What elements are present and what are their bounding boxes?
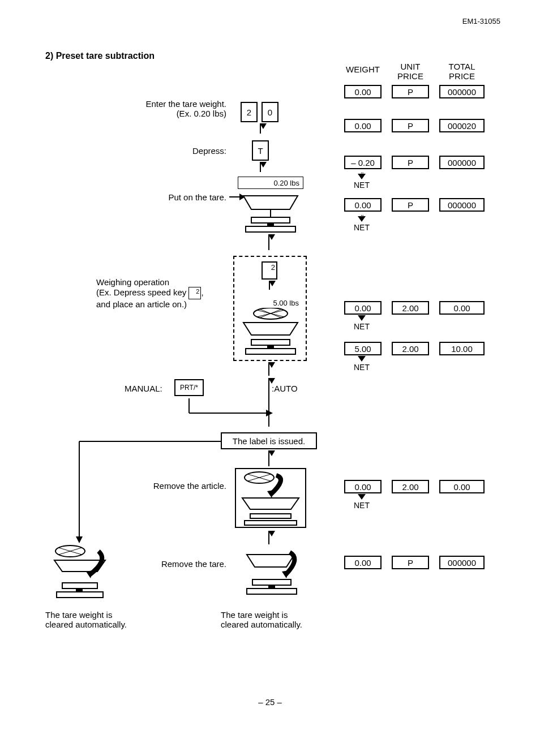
disp-r8-w-val: 0.00	[354, 558, 371, 568]
inline-speed-key-val: 2	[196, 288, 199, 295]
disp-r7-w-val: 0.00	[354, 482, 371, 492]
disp-r8-u-val: P	[408, 558, 413, 568]
arrow-icon	[268, 531, 269, 544]
key-2-label: 2	[247, 108, 251, 117]
net-label: NET	[348, 501, 376, 510]
header-total: TOTAL PRICE	[439, 62, 485, 81]
disp-r7-u-val: 2.00	[402, 482, 418, 492]
manual-label: MANUAL:	[125, 384, 162, 393]
disp-r7-weight: 0.00	[344, 480, 382, 493]
disp-r3-total: 000000	[439, 156, 485, 169]
speed-key-2[interactable]: 2	[262, 261, 277, 280]
net-label: NET	[348, 181, 376, 190]
remove-tare-icon	[234, 547, 307, 602]
svg-rect-3	[246, 226, 295, 232]
svg-marker-27	[76, 536, 83, 543]
disp-r6-w-val: 5.00	[354, 344, 371, 354]
clear-note-left: The tare weight is cleared automatically…	[45, 610, 158, 629]
key-T[interactable]: T	[252, 140, 269, 161]
disp-r5-weight: 0.00	[344, 301, 382, 315]
disp-r6-total: 10.00	[439, 342, 485, 355]
disp-r4-t-val: 000000	[448, 200, 476, 210]
svg-marker-28	[247, 555, 294, 567]
disp-r3-w-val: – 0.20	[351, 158, 375, 167]
key-0[interactable]: 0	[262, 102, 278, 122]
disp-r8-weight: 0.00	[344, 556, 382, 569]
prt-key[interactable]: PRT/*	[174, 379, 204, 396]
disp-r3-weight: – 0.20	[344, 156, 382, 169]
arrow-icon	[268, 378, 269, 427]
svg-rect-13	[267, 345, 274, 349]
step3-label: Put on the tare.	[130, 192, 226, 202]
svg-rect-40	[76, 589, 83, 592]
disp-r2-w-val: 0.00	[354, 121, 371, 131]
disp-r2-u-val: P	[408, 121, 413, 131]
speed-key-2-label: 2	[271, 263, 275, 272]
net-indicator: · · ·NET	[348, 170, 376, 190]
svg-rect-31	[247, 589, 297, 594]
header-weight: WEIGHT	[344, 65, 382, 75]
svg-rect-11	[251, 340, 290, 345]
disp-r3-unit: P	[392, 156, 429, 169]
net-label: NET	[348, 223, 376, 232]
key-0-label: 0	[268, 108, 272, 117]
step1-label: Enter the tare weight. (Ex. 0.20 lbs)	[102, 99, 226, 118]
key-2[interactable]: 2	[241, 102, 258, 122]
clear-note-right: The tare weight is cleared automatically…	[221, 610, 334, 629]
inline-speed-key: 2	[188, 287, 201, 299]
disp-r2-weight: 0.00	[344, 119, 382, 132]
page-number: – 25 –	[0, 697, 540, 707]
disp-r4-unit: P	[392, 198, 429, 212]
disp-r4-u-val: P	[408, 200, 413, 210]
scale-weight-label: 5.00 lbs	[238, 299, 303, 307]
svg-rect-39	[57, 592, 103, 598]
disp-r5-w-val: 0.00	[354, 303, 371, 313]
net-indicator: · · ·NET	[348, 212, 376, 232]
disp-r4-weight: 0.00	[344, 198, 382, 212]
disp-r3-t-val: 000000	[448, 158, 476, 167]
scale-icon	[238, 189, 303, 234]
net-indicator: NET	[348, 356, 376, 372]
step4-l2-pre: (Ex. Depress speed key	[96, 287, 188, 297]
svg-marker-0	[243, 196, 298, 209]
scale-display: 0.20 lbs	[238, 177, 303, 189]
svg-rect-4	[267, 223, 274, 226]
disp-r4-total: 000000	[439, 198, 485, 212]
svg-rect-12	[246, 349, 295, 354]
arrow-icon	[260, 162, 261, 172]
disp-r5-u-val: 2.00	[402, 303, 418, 313]
svg-rect-32	[268, 585, 275, 589]
disp-r8-unit: P	[392, 556, 429, 569]
step4-l3: and place an article on.)	[96, 299, 226, 309]
scale-weight: 0.20 lbs	[273, 179, 299, 187]
disp-r5-total: 0.00	[439, 301, 485, 315]
scale-with-article-icon	[238, 308, 303, 359]
disp-r1-total-val: 000000	[448, 87, 476, 97]
arrow-icon	[260, 123, 261, 134]
disp-r2-t-val: 000020	[448, 121, 476, 131]
disp-r7-total: 0.00	[439, 480, 485, 493]
branch-connector-icon	[51, 440, 277, 545]
step4-l2-post: ,	[201, 287, 203, 297]
disp-r4-w-val: 0.00	[354, 200, 371, 210]
disp-r6-u-val: 2.00	[402, 344, 418, 354]
net-indicator: NET	[348, 494, 376, 510]
disp-r1-total: 000000	[439, 85, 485, 98]
arrow-icon	[268, 362, 269, 376]
svg-marker-16	[266, 410, 273, 416]
key-T-label: T	[258, 146, 263, 156]
step4-label: Weighing operation (Ex. Depress speed ke…	[96, 277, 226, 309]
remove-tare-left-icon	[50, 543, 110, 605]
net-label: NET	[348, 363, 376, 372]
step4-l1: Weighing operation	[96, 277, 226, 287]
net-label: NET	[348, 322, 376, 331]
svg-marker-10	[243, 323, 298, 335]
disp-r7-unit: 2.00	[392, 480, 429, 493]
step8-label: Remove the tare.	[130, 559, 226, 569]
arrow-icon	[269, 281, 270, 290]
disp-r6-unit: 2.00	[392, 342, 429, 355]
disp-r2-unit: P	[392, 119, 429, 132]
svg-rect-30	[252, 579, 291, 585]
disp-r5-unit: 2.00	[392, 301, 429, 315]
disp-r7-t-val: 0.00	[453, 482, 470, 492]
